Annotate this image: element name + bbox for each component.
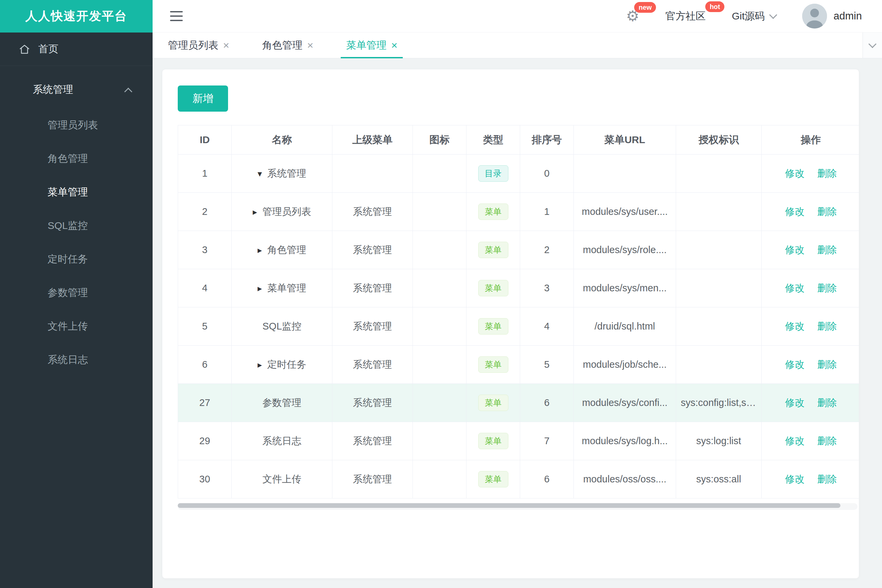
delete-link[interactable]: 删除 <box>817 397 837 408</box>
table-row-3[interactable]: 3▸角色管理系统管理菜单2modules/sys/role....修改删除 <box>178 231 859 269</box>
caret-down-icon[interactable]: ▾ <box>258 169 262 178</box>
tab-2[interactable]: 菜单管理× <box>341 33 403 58</box>
cell-id: 29 <box>178 422 232 460</box>
cell-perm: sys:oss:all <box>676 460 762 498</box>
cell-perm <box>676 346 762 384</box>
git-source-link[interactable]: Git源码 <box>732 9 776 23</box>
cell-id: 1 <box>178 154 232 193</box>
edit-link[interactable]: 修改 <box>785 397 805 408</box>
community-link[interactable]: 官方社区 hot <box>666 9 706 23</box>
delete-link[interactable]: 删除 <box>817 206 837 217</box>
user-menu[interactable]: admin <box>802 4 862 28</box>
tab-close-icon[interactable]: × <box>223 40 229 51</box>
menu-name: 管理员列表 <box>263 205 311 219</box>
scrollbar-thumb[interactable] <box>178 503 840 508</box>
caret-right-icon[interactable]: ▸ <box>258 360 262 369</box>
table-row-27[interactable]: 27参数管理系统管理菜单6modules/sys/confi...sys:con… <box>178 384 859 422</box>
edit-link[interactable]: 修改 <box>785 244 805 255</box>
column-header-2: 上级菜单 <box>332 125 413 154</box>
sidebar-item-7[interactable]: 系统日志 <box>0 343 153 376</box>
edit-link[interactable]: 修改 <box>785 168 805 178</box>
add-button[interactable]: 新增 <box>178 86 228 112</box>
sidebar-item-home[interactable]: 首页 <box>0 33 153 66</box>
cell-order: 5 <box>520 346 574 384</box>
menu-toggle-icon[interactable] <box>168 8 185 24</box>
name-cell-content: 系统日志 <box>236 435 327 448</box>
sidebar-item-2[interactable]: 菜单管理 <box>0 176 153 209</box>
edit-link[interactable]: 修改 <box>785 359 805 370</box>
delete-link[interactable]: 删除 <box>817 321 837 332</box>
table-row-5[interactable]: 5SQL监控系统管理菜单4/druid/sql.html修改删除 <box>178 308 859 346</box>
table-row-2[interactable]: 2▸管理员列表系统管理菜单1modules/sys/user....修改删除 <box>178 193 859 231</box>
cell-id: 2 <box>178 193 232 231</box>
cell-url: modules/sys/log.h... <box>574 422 676 460</box>
column-header-5: 排序号 <box>520 125 574 154</box>
sidebar-item-3[interactable]: SQL监控 <box>0 209 153 242</box>
caret-right-icon[interactable]: ▸ <box>258 284 262 292</box>
cell-icon <box>413 460 466 498</box>
cell-perm <box>676 269 762 308</box>
edit-link[interactable]: 修改 <box>785 435 805 446</box>
caret-right-icon[interactable]: ▸ <box>258 246 262 255</box>
horizontal-scrollbar[interactable] <box>178 503 858 510</box>
name-cell-content: 文件上传 <box>236 472 327 486</box>
column-header-1: 名称 <box>232 125 332 154</box>
chevron-down-icon <box>868 40 876 48</box>
menu-name: 系统日志 <box>263 435 302 448</box>
type-tag: 菜单 <box>478 356 508 373</box>
cell-perm: sys:config:list,sys:. <box>676 384 762 422</box>
menu-name: 文件上传 <box>263 472 302 486</box>
delete-link[interactable]: 删除 <box>817 283 837 293</box>
sidebar-group-system[interactable]: 系统管理 <box>0 71 153 108</box>
cell-url: modules/job/sche... <box>574 346 676 384</box>
table-row-1[interactable]: 1▾系统管理目录0修改删除 <box>178 154 859 193</box>
column-header-3: 图标 <box>413 125 466 154</box>
sidebar-item-5[interactable]: 参数管理 <box>0 276 153 309</box>
tab-label: 管理员列表 <box>168 39 218 52</box>
sidebar-item-4[interactable]: 定时任务 <box>0 242 153 276</box>
cell-icon <box>413 422 466 460</box>
table-row-4[interactable]: 4▸菜单管理系统管理菜单3modules/sys/men...修改删除 <box>178 269 859 308</box>
cell-icon <box>413 384 466 422</box>
tab-close-icon[interactable]: × <box>307 40 314 51</box>
delete-link[interactable]: 删除 <box>817 474 837 484</box>
sidebar-item-1[interactable]: 角色管理 <box>0 142 153 176</box>
name-cell-content: ▸管理员列表 <box>236 205 327 219</box>
cell-parent <box>332 154 413 193</box>
table-row-29[interactable]: 29系统日志系统管理菜单7modules/sys/log.h...sys:log… <box>178 422 859 460</box>
cell-order: 3 <box>520 269 574 308</box>
cell-parent: 系统管理 <box>332 308 413 346</box>
edit-link[interactable]: 修改 <box>785 474 805 484</box>
edit-link[interactable]: 修改 <box>785 206 805 217</box>
tab-1[interactable]: 角色管理× <box>257 33 319 58</box>
table-row-6[interactable]: 6▸定时任务系统管理菜单5modules/job/sche...修改删除 <box>178 346 859 384</box>
edit-link[interactable]: 修改 <box>785 321 805 332</box>
caret-right-icon[interactable]: ▸ <box>252 207 257 216</box>
git-label: Git源码 <box>732 9 765 23</box>
cell-id: 27 <box>178 384 232 422</box>
sidebar-item-6[interactable]: 文件上传 <box>0 309 153 343</box>
delete-link[interactable]: 删除 <box>817 168 837 178</box>
cell-id: 30 <box>178 460 232 498</box>
sidebar-nav: 首页 系统管理 管理员列表角色管理菜单管理SQL监控定时任务参数管理文件上传系统… <box>0 33 153 376</box>
hot-badge: hot <box>705 2 724 12</box>
delete-link[interactable]: 删除 <box>817 244 837 255</box>
tab-list-dropdown[interactable] <box>862 33 882 58</box>
cell-order: 6 <box>520 460 574 498</box>
delete-link[interactable]: 删除 <box>817 359 837 370</box>
tab-0[interactable]: 管理员列表× <box>163 33 235 58</box>
edit-link[interactable]: 修改 <box>785 283 805 293</box>
name-cell-content: 参数管理 <box>236 396 327 410</box>
cell-url: modules/sys/user.... <box>574 193 676 231</box>
table-row-30[interactable]: 30文件上传系统管理菜单6modules/oss/oss....sys:oss:… <box>178 460 859 498</box>
column-header-0: ID <box>178 125 232 154</box>
tab-label: 菜单管理 <box>346 39 386 52</box>
sidebar-item-0[interactable]: 管理员列表 <box>0 108 153 142</box>
tab-close-icon[interactable]: × <box>391 40 397 51</box>
delete-link[interactable]: 删除 <box>817 435 837 446</box>
settings-button[interactable]: ⚙ new <box>626 9 639 24</box>
cell-url <box>574 154 676 193</box>
cell-name: 参数管理 <box>232 384 332 422</box>
cell-icon <box>413 231 466 269</box>
brand: 人人快速开发平台 <box>0 0 153 33</box>
